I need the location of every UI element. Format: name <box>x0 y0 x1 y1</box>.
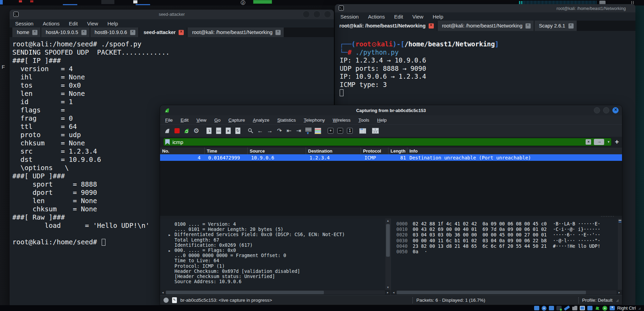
packet-row-selected[interactable]: 4 0.016472999 10.9.0.6 1.2.3.4 ICMP 81 D… <box>160 154 622 161</box>
detail-line[interactable]: ...0 0000 0000 0000 = Fragment Offset: 0 <box>160 253 391 258</box>
menu-file[interactable]: File <box>165 118 173 123</box>
tab-home[interactable]: home <box>12 27 41 37</box>
resize-grip[interactable] <box>638 307 641 310</box>
filter-value[interactable]: icmp <box>172 139 583 145</box>
go-back-icon[interactable] <box>256 126 264 135</box>
scroll-right-icon[interactable]: ▸ <box>386 291 390 294</box>
start-capture-icon[interactable] <box>163 126 172 135</box>
scroll-left-icon[interactable]: ◂ <box>161 291 165 294</box>
menu-go[interactable]: Go <box>214 118 221 123</box>
scrollbar-thumb[interactable] <box>397 291 586 294</box>
column-protocol[interactable]: Protocol <box>361 147 388 154</box>
zoom-original-icon[interactable] <box>346 126 354 135</box>
menu-edit[interactable]: Edit <box>69 21 78 26</box>
tab-seed-attacker[interactable]: seed-attacker <box>139 27 187 37</box>
open-file-icon[interactable] <box>205 126 213 135</box>
packet-details-pane[interactable]: 0100 .... = Version: 4 .... 0101 = Heade… <box>160 219 391 290</box>
detail-line[interactable]: Source Address: 10.9.0.6 <box>160 279 391 284</box>
capture-file-icon[interactable] <box>172 297 177 303</box>
minimize-button[interactable] <box>594 107 600 113</box>
menu-session[interactable]: Session <box>340 14 359 20</box>
menu-help[interactable]: Help <box>108 21 118 26</box>
colorize-icon[interactable] <box>314 126 322 135</box>
column-length[interactable]: Length <box>388 147 407 154</box>
menu-view[interactable]: View <box>196 118 206 123</box>
column-time[interactable]: Time <box>205 147 248 154</box>
filter-bookmark-icon[interactable] <box>165 139 170 145</box>
add-filter-button-icon[interactable] <box>615 139 619 145</box>
menu-telephony[interactable]: Telephony <box>304 118 325 123</box>
detail-line[interactable]: Header Checksum: 0x697d [validation disa… <box>160 268 391 274</box>
auto-scroll-icon[interactable] <box>304 126 313 135</box>
maximize-button[interactable] <box>313 11 320 18</box>
tab-networking-2[interactable]: root@kali: /home/beast1/Networking <box>438 21 534 31</box>
scrollbar-track[interactable] <box>396 290 617 295</box>
network-icon[interactable] <box>556 306 562 310</box>
maximize-button[interactable] <box>603 107 609 113</box>
menu-actions[interactable]: Actions <box>368 14 385 20</box>
usb-icon[interactable] <box>564 306 570 311</box>
menu-view[interactable]: View <box>87 21 98 26</box>
tab-networking[interactable]: root@kali: /home/beast1/Networking <box>188 27 284 37</box>
detail-line[interactable]: 0100 .... = Version: 4 <box>160 221 391 226</box>
display-filter-input[interactable]: icmp <box>163 138 612 146</box>
tab-hostA[interactable]: hostA-10.9.0.5 <box>41 27 89 37</box>
scrollbar-thumb[interactable] <box>166 291 324 294</box>
hex-row[interactable]: 001000 43 02 69 00 00 40 01 69 7d 0a 09 … <box>396 226 622 232</box>
zoom-out-icon[interactable] <box>336 126 344 135</box>
column-no[interactable]: No. <box>160 147 205 154</box>
packet-list-empty-area[interactable] <box>160 161 622 216</box>
restart-capture-icon[interactable] <box>182 126 191 135</box>
close-icon[interactable] <box>275 30 281 35</box>
close-button[interactable] <box>612 107 619 113</box>
detail-line[interactable]: Identification: 0x0269 (617) <box>160 242 391 247</box>
save-file-icon[interactable] <box>214 126 223 135</box>
go-forward-icon[interactable] <box>265 126 274 135</box>
menu-help[interactable]: Help <box>377 118 387 123</box>
profile-text[interactable]: Profile: Default <box>582 298 613 303</box>
bytes-vertical-scrollbar[interactable] <box>618 219 622 290</box>
tab-networking-1[interactable]: root@kali: /home/beast1/Networking <box>335 21 437 31</box>
menu-statistics[interactable]: Statistics <box>277 118 296 123</box>
find-packet-icon[interactable] <box>246 126 255 135</box>
menu-tools[interactable]: Tools <box>359 118 370 123</box>
expert-info-icon[interactable] <box>163 298 169 303</box>
menu-actions[interactable]: Actions <box>43 21 59 26</box>
keyboard-icon[interactable] <box>610 306 615 310</box>
minimize-button[interactable] <box>303 11 310 18</box>
menu-session[interactable]: Session <box>15 21 33 26</box>
detail-line[interactable]: Time to Live: 64 <box>160 258 391 263</box>
tab-hostB[interactable]: hostB-10.9.0.6 <box>90 27 138 37</box>
detail-line-expandable[interactable]: ▸Differentiated Services Field: 0xc0 (DS… <box>160 232 391 237</box>
scroll-right-icon[interactable]: ▸ <box>617 291 621 294</box>
close-icon[interactable] <box>32 30 37 35</box>
bytes-horizontal-scrollbar[interactable]: ◂ ▸ <box>391 290 622 295</box>
menu-edit[interactable]: Edit <box>181 118 189 123</box>
detail-line[interactable]: .... 0101 = Header Length: 20 bytes (5) <box>160 226 391 232</box>
details-horizontal-scrollbar[interactable]: ◂ ▸ <box>160 290 391 295</box>
menu-capture[interactable]: Capture <box>228 118 245 123</box>
scrollbar-track[interactable] <box>166 290 385 295</box>
scroll-down-icon[interactable]: ▼ <box>387 286 389 289</box>
close-icon[interactable] <box>568 23 574 29</box>
resize-columns-icon[interactable] <box>358 126 367 135</box>
display-icon[interactable] <box>580 306 585 310</box>
shared-folders-icon[interactable] <box>572 306 577 310</box>
titlebar[interactable]: seed-attacker <box>10 10 334 19</box>
pane-splitter[interactable] <box>160 216 622 219</box>
column-source[interactable]: Source <box>248 147 306 154</box>
menu-analyze[interactable]: Analyze <box>253 118 269 123</box>
detail-line[interactable]: [Header checksum status: Unverified] <box>160 274 391 279</box>
close-icon[interactable] <box>130 30 135 35</box>
features-icon[interactable] <box>595 306 600 310</box>
close-icon[interactable] <box>526 23 531 29</box>
column-info[interactable]: Info <box>407 147 622 154</box>
menu-wireless[interactable]: Wireless <box>333 118 351 123</box>
hex-row[interactable]: 004023 82 00 13 d8 21 48 65 6c 6c 6f 20 … <box>396 243 622 249</box>
go-to-packet-icon[interactable] <box>275 126 284 135</box>
stop-capture-icon[interactable] <box>173 126 181 135</box>
expand-arrow-icon[interactable]: ▸ <box>169 249 174 253</box>
layout-icon[interactable] <box>371 126 380 135</box>
hex-row[interactable]: 003000 00 40 11 6c b1 01 02 03 04 0a 09 … <box>396 238 622 243</box>
reload-file-icon[interactable] <box>234 126 242 135</box>
